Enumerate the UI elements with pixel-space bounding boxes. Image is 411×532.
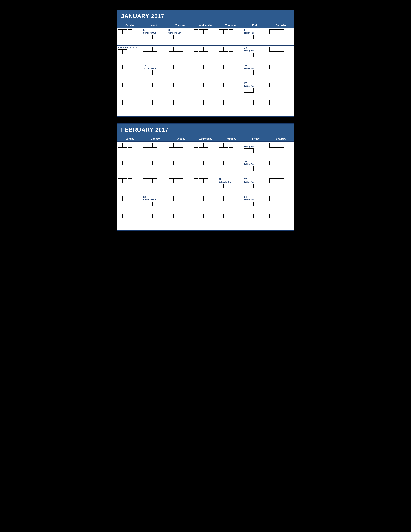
calendar-cell[interactable] bbox=[142, 159, 168, 177]
mini-box bbox=[224, 29, 228, 34]
mini-box bbox=[224, 100, 228, 105]
cell-event: School's Out bbox=[143, 67, 167, 69]
calendar-cell[interactable] bbox=[269, 142, 294, 159]
calendar-cell[interactable] bbox=[168, 99, 193, 116]
calendar-cell[interactable] bbox=[117, 212, 142, 230]
calendar-cell[interactable] bbox=[193, 46, 218, 63]
mini-box bbox=[148, 47, 153, 52]
mini-box bbox=[128, 214, 132, 218]
calendar-cell[interactable]: 20Friday Fun bbox=[243, 63, 269, 81]
mini-box bbox=[244, 100, 249, 105]
mini-box bbox=[199, 65, 203, 69]
calendar-cell[interactable] bbox=[142, 212, 168, 230]
mini-box bbox=[148, 179, 153, 183]
calendar-cell[interactable] bbox=[168, 46, 193, 63]
calendar-cell[interactable] bbox=[168, 81, 193, 99]
calendar-cell[interactable]: 16School's Out bbox=[218, 177, 243, 195]
calendar-cell[interactable] bbox=[117, 63, 142, 81]
sub-boxes bbox=[118, 49, 142, 54]
cell-date-number: 27 bbox=[244, 82, 268, 85]
calendar-cell[interactable] bbox=[117, 195, 142, 212]
calendar-cell[interactable] bbox=[193, 81, 218, 99]
calendar-cell[interactable]: 3School's Out bbox=[168, 28, 193, 46]
calendar-cell[interactable] bbox=[168, 159, 193, 177]
calendar-cell[interactable] bbox=[269, 195, 294, 212]
calendar-cell[interactable] bbox=[117, 81, 142, 99]
calendar-cell[interactable]: 2School's Out bbox=[142, 28, 168, 46]
calendar-cell[interactable] bbox=[218, 142, 243, 159]
calendar-cell[interactable] bbox=[218, 159, 243, 177]
calendar-cell[interactable]: SAMPLE 8:00 - 5:00 bbox=[117, 46, 142, 63]
calendar-cell[interactable]: 17Friday Fun bbox=[243, 177, 269, 195]
mini-box bbox=[168, 100, 173, 105]
calendar-cell[interactable] bbox=[117, 177, 142, 195]
calendar-cell[interactable]: 13Friday Fun bbox=[243, 46, 269, 63]
sub-boxes bbox=[143, 161, 167, 165]
calendar-cell[interactable] bbox=[142, 142, 168, 159]
calendar-cell[interactable] bbox=[193, 177, 218, 195]
calendar-cell[interactable] bbox=[218, 28, 243, 46]
sub-boxes bbox=[168, 82, 192, 87]
mini-box bbox=[270, 161, 274, 165]
calendar-cell[interactable] bbox=[269, 28, 294, 46]
calendar-cell[interactable] bbox=[243, 212, 269, 230]
calendar-cell[interactable]: 24Friday Fun bbox=[243, 195, 269, 212]
calendar-cell[interactable] bbox=[168, 63, 193, 81]
calendar-cell[interactable]: 10Friday Fun bbox=[243, 159, 269, 177]
calendar-cell[interactable] bbox=[193, 142, 218, 159]
calendar-cell[interactable] bbox=[193, 99, 218, 116]
calendar-cell[interactable] bbox=[218, 63, 243, 81]
calendar-cell[interactable] bbox=[168, 142, 193, 159]
sub-boxes bbox=[168, 47, 192, 52]
mini-box bbox=[270, 214, 274, 218]
sub-boxes bbox=[244, 88, 268, 93]
calendar-cell[interactable] bbox=[269, 81, 294, 99]
calendar-cell[interactable] bbox=[269, 212, 294, 230]
mini-box bbox=[123, 65, 128, 69]
calendar-cell[interactable] bbox=[193, 28, 218, 46]
day-header-tuesday: Tuesday bbox=[168, 22, 193, 28]
day-header-tuesday: Tuesday bbox=[168, 136, 193, 142]
calendar-cell[interactable] bbox=[142, 46, 168, 63]
calendar-cell[interactable] bbox=[218, 212, 243, 230]
calendar-cell[interactable] bbox=[269, 63, 294, 81]
calendar-cell[interactable]: 16School's Out bbox=[142, 63, 168, 81]
calendar-cell[interactable] bbox=[117, 142, 142, 159]
calendar-cell[interactable] bbox=[117, 99, 142, 116]
calendar-cell[interactable] bbox=[218, 81, 243, 99]
calendar-cell[interactable]: 20School's Out bbox=[142, 195, 168, 212]
calendar-cell[interactable] bbox=[168, 212, 193, 230]
calendar-cell[interactable] bbox=[269, 46, 294, 63]
calendar-cell[interactable] bbox=[269, 99, 294, 116]
mini-box bbox=[128, 143, 132, 148]
calendar-cell[interactable] bbox=[142, 177, 168, 195]
calendar-cell[interactable] bbox=[218, 46, 243, 63]
mini-box bbox=[148, 100, 153, 105]
calendar-cell[interactable] bbox=[142, 81, 168, 99]
calendar-cell[interactable] bbox=[193, 63, 218, 81]
mini-box bbox=[274, 161, 279, 165]
calendar-cell[interactable] bbox=[218, 99, 243, 116]
calendar-cell[interactable] bbox=[269, 159, 294, 177]
mini-box bbox=[168, 35, 173, 39]
sub-boxes bbox=[143, 47, 167, 52]
calendar-cell[interactable] bbox=[218, 195, 243, 212]
calendar-cell[interactable] bbox=[117, 28, 142, 46]
calendar-cell[interactable] bbox=[193, 159, 218, 177]
calendar-cell[interactable] bbox=[168, 195, 193, 212]
calendar-cell[interactable]: 3Friday Fun bbox=[243, 142, 269, 159]
sub-boxes bbox=[118, 161, 142, 165]
calendar-cell[interactable]: 6Friday Fun bbox=[243, 28, 269, 46]
calendar-cell[interactable] bbox=[142, 99, 168, 116]
mini-box bbox=[118, 143, 123, 148]
calendar-cell[interactable] bbox=[269, 177, 294, 195]
calendar-cell[interactable]: 27Friday Fun bbox=[243, 81, 269, 99]
calendar-cell[interactable] bbox=[243, 99, 269, 116]
sub-boxes bbox=[219, 65, 243, 69]
calendar-cell[interactable] bbox=[168, 177, 193, 195]
calendar-cell[interactable] bbox=[117, 159, 142, 177]
calendar-cell[interactable] bbox=[193, 195, 218, 212]
mini-box bbox=[199, 47, 203, 52]
calendar-cell[interactable] bbox=[193, 212, 218, 230]
sub-boxes bbox=[269, 65, 293, 69]
